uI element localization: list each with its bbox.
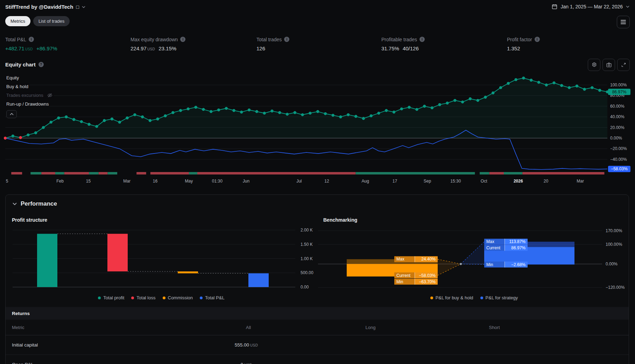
profit-structure-chart[interactable]: 2.00 K1.50 K1.00 K500.000.00: [6, 226, 317, 300]
maximize-icon: [621, 62, 627, 68]
legend-item-p-l-for-strategy[interactable]: P&L for strategy: [480, 295, 518, 300]
returns-column-short: Short: [489, 325, 500, 330]
svg-text:0.00%: 0.00%: [610, 136, 622, 141]
strategy-title-emoji: □: [76, 4, 79, 10]
date-range-picker[interactable]: Jan 1, 2025 — Mar 22, 2026: [551, 3, 629, 10]
benchmarking-svg[interactable]: 170.00%100.00%0.00%−120.00%Max24.40%Curr…: [318, 226, 630, 300]
benchmark-label-box: Current−58.03%: [394, 272, 438, 278]
svg-text:−40.00%: −40.00%: [610, 157, 627, 162]
svg-text:12: 12: [324, 179, 329, 184]
returns-row-all-value: 0USD: [241, 362, 252, 364]
info-icon[interactable]: i: [419, 37, 425, 42]
legend-item-run-up-drawdowns[interactable]: Run-up / Drawdowns: [5, 100, 50, 107]
chart-snapshot-button[interactable]: [602, 59, 615, 71]
returns-table-header: MetricAllLongShort: [6, 320, 629, 335]
svg-text:Min: Min: [396, 279, 403, 284]
info-icon[interactable]: i: [284, 37, 289, 42]
metric-max-equity-drawdown: Max equity drawdowni224.97USD23.15%: [130, 36, 256, 51]
svg-text:Jun: Jun: [243, 179, 249, 184]
metric-label: Total P&L: [5, 37, 26, 42]
performance-header[interactable]: Performance: [13, 200, 57, 207]
returns-section-header[interactable]: Returns: [6, 307, 629, 320]
metric-value: 1.352: [507, 45, 520, 51]
svg-text:01:30: 01:30: [212, 179, 223, 184]
svg-text:17: 17: [393, 179, 397, 184]
legend-label: P&L for buy & hold: [436, 295, 473, 300]
returns-column-long: Long: [366, 325, 376, 330]
strategy-title: StiffTrend by @DaviddTech: [5, 4, 73, 10]
equity-chart-title: Equity chart: [5, 62, 36, 67]
eye-off-icon[interactable]: [47, 92, 53, 98]
legend-item-total-loss[interactable]: Total loss: [131, 295, 155, 300]
equity-chart[interactable]: 100.00%80.00%60.00%40.00%20.00%0.00%−20.…: [0, 70, 635, 186]
equity-chart-svg[interactable]: 100.00%80.00%60.00%40.00%20.00%0.00%−20.…: [0, 70, 635, 186]
svg-text:−2.68%: −2.68%: [511, 262, 525, 267]
legend-item-total-p-l[interactable]: Total P&L: [200, 295, 225, 300]
metric-value: 31.75%: [381, 45, 399, 51]
returns-title: Returns: [12, 311, 30, 316]
legend-item-equity[interactable]: Equity: [5, 74, 20, 81]
legend-item-total-profit[interactable]: Total profit: [98, 295, 124, 300]
svg-text:1.50 K: 1.50 K: [301, 242, 313, 247]
svg-text:500.00: 500.00: [301, 270, 313, 275]
benchmark-label-box: Min−63.70%: [394, 279, 438, 285]
svg-text:86.97%: 86.97%: [612, 90, 627, 94]
date-range-text: Jan 1, 2025 — Mar 22, 2026: [561, 4, 623, 9]
legend-dot: [98, 297, 101, 299]
svg-text:100.00%: 100.00%: [610, 83, 627, 87]
legend-dot: [163, 297, 165, 299]
tab-metrics[interactable]: Metrics: [5, 16, 30, 26]
metric-label: Profitable trades: [381, 37, 417, 42]
svg-text:Feb: Feb: [56, 179, 64, 184]
svg-text:Oct: Oct: [481, 179, 487, 184]
legend-dot: [200, 297, 203, 299]
profit-structure-svg[interactable]: 2.00 K1.50 K1.00 K500.000.00: [6, 226, 317, 300]
legend-label: Equity: [6, 75, 19, 80]
legend-label: Buy & hold: [6, 84, 28, 89]
strategy-selector[interactable]: StiffTrend by @DaviddTech □: [5, 4, 85, 10]
benchmark-label-box: Current86.97%: [484, 245, 528, 251]
legend-item-commission[interactable]: Commission: [163, 295, 193, 300]
info-icon[interactable]: i: [180, 37, 185, 42]
metric-extra-value: 23.15%: [158, 45, 176, 51]
view-tabs: MetricsList of trades: [5, 16, 70, 26]
collapse-legend-button[interactable]: [6, 110, 17, 118]
benchmarking-chart[interactable]: 170.00%100.00%0.00%−120.00%Max24.40%Curr…: [318, 226, 630, 300]
chart-maximize-button[interactable]: [617, 59, 630, 71]
benchmark-label-box: Max113.87%: [484, 239, 528, 245]
camera-icon: [606, 62, 612, 68]
info-icon[interactable]: i: [29, 37, 34, 42]
bar-total-profit: [37, 234, 57, 287]
help-icon[interactable]: ?: [38, 62, 44, 67]
metrics-row: Total P&Li+482.71USD+86.97%Max equity dr…: [5, 36, 540, 51]
svg-text:5: 5: [6, 179, 8, 184]
returns-row-initial-capital[interactable]: Initial capital555.00USD: [6, 335, 629, 355]
tab-list-of-trades[interactable]: List of trades: [33, 16, 70, 26]
svg-text:0.00%: 0.00%: [606, 262, 618, 266]
legend-item-trades-excursions[interactable]: Trades excursions: [5, 92, 54, 99]
legend-item-p-l-for-buy-hold[interactable]: P&L for buy & hold: [430, 295, 473, 300]
benchmarking-title: Benchmarking: [323, 217, 357, 223]
legend-label: Commission: [168, 295, 193, 300]
chart-settings-button[interactable]: [588, 59, 600, 71]
legend-item-buy-hold[interactable]: Buy & hold: [5, 83, 29, 90]
info-icon[interactable]: i: [535, 37, 540, 42]
benchmarking-legend: P&L for buy & holdP&L for strategy: [318, 295, 630, 300]
metric-extra-value: 40/126: [403, 45, 419, 51]
svg-text:15: 15: [86, 179, 91, 184]
svg-text:Max: Max: [486, 239, 494, 244]
metric-value: 126: [256, 45, 265, 51]
chart-toolbar: [588, 59, 630, 71]
panel-layout-button[interactable]: [617, 16, 630, 28]
performance-title: Performance: [21, 200, 57, 207]
svg-text:40.00%: 40.00%: [610, 114, 625, 119]
bar-total-p-l: [248, 273, 269, 287]
returns-row-open-p-l[interactable]: Open P&L0USD: [6, 355, 629, 364]
legend-label: Total profit: [103, 295, 124, 300]
metric-value: +482.71USD: [5, 45, 33, 51]
metric-label: Max equity drawdown: [130, 37, 178, 42]
legend-dot: [430, 297, 433, 299]
svg-text:16: 16: [153, 179, 158, 184]
legend-label: Total loss: [136, 295, 155, 300]
svg-text:113.87%: 113.87%: [509, 239, 526, 244]
